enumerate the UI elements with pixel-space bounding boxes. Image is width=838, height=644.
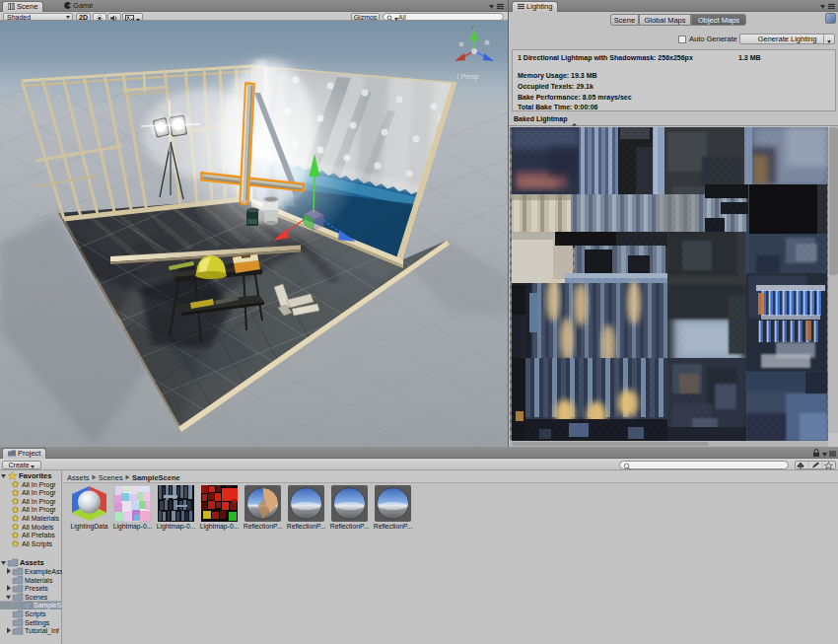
svg-text:⟨ Persp: ⟨ Persp bbox=[456, 73, 479, 81]
svg-text:All Prefabs: All Prefabs bbox=[22, 532, 55, 538]
svg-text:ReflectionP...: ReflectionP... bbox=[287, 523, 326, 530]
svg-text:Assets: Assets bbox=[20, 558, 44, 567]
svg-text:LightingData: LightingData bbox=[70, 523, 107, 531]
svg-text:Favorites: Favorites bbox=[19, 471, 51, 480]
svg-text:Presets: Presets bbox=[25, 585, 48, 592]
svg-text:Lightmap-0...: Lightmap-0... bbox=[157, 523, 196, 531]
svg-text:All Materials: All Materials bbox=[22, 515, 60, 522]
svg-text:ReflectionP...: ReflectionP... bbox=[244, 523, 283, 530]
svg-text:All In Progr: All In Progr bbox=[22, 498, 56, 506]
svg-text:SampleS: SampleS bbox=[34, 602, 62, 609]
svg-text:Scripts: Scripts bbox=[25, 610, 46, 618]
svg-text:All In Progr: All In Progr bbox=[22, 481, 56, 489]
svg-text:Lightmap-0...: Lightmap-0... bbox=[200, 523, 240, 531]
svg-text:ReflectionP...: ReflectionP... bbox=[330, 523, 370, 530]
svg-text:ExampleAss: ExampleAss bbox=[25, 568, 62, 576]
svg-text:Tutorial_Inf: Tutorial_Inf bbox=[25, 627, 59, 635]
svg-text:Lightmap-0...: Lightmap-0... bbox=[113, 523, 153, 531]
svg-text:Scenes: Scenes bbox=[25, 594, 48, 601]
svg-text:All Scripts: All Scripts bbox=[22, 540, 53, 548]
svg-text:Settings: Settings bbox=[25, 619, 50, 627]
svg-text:Materials: Materials bbox=[25, 577, 53, 584]
svg-text:All In Progr: All In Progr bbox=[22, 489, 56, 497]
svg-text:All In Progr: All In Progr bbox=[22, 506, 56, 514]
svg-text:ReflectionP...: ReflectionP... bbox=[374, 523, 413, 530]
svg-text:y: y bbox=[471, 24, 474, 30]
svg-text:All Models: All Models bbox=[22, 524, 54, 531]
